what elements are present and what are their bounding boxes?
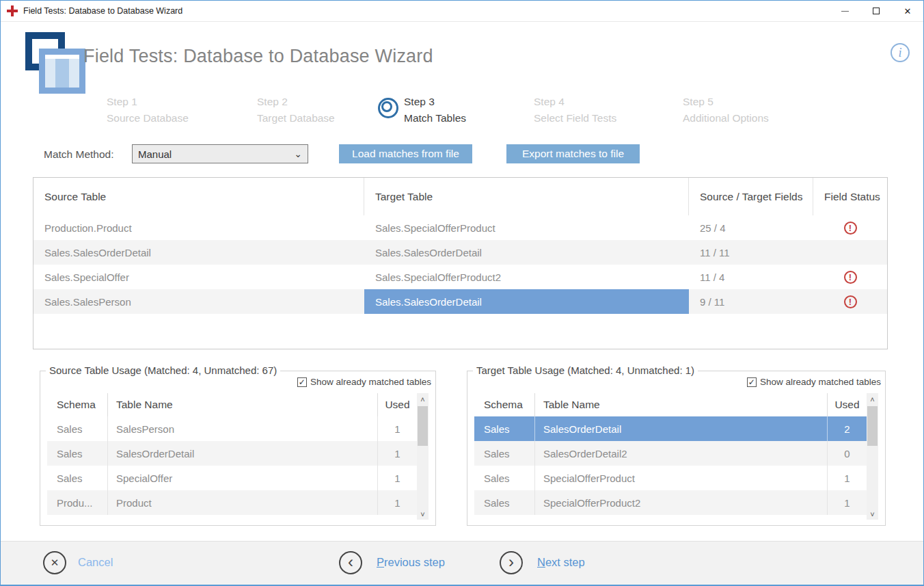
- label-rest: revious step: [384, 556, 445, 568]
- close-button[interactable]: ✕: [892, 1, 923, 22]
- step-1-label: Source Database: [107, 110, 189, 126]
- previous-step-button[interactable]: ‹: [339, 551, 362, 574]
- previous-step-label[interactable]: Previous step: [377, 556, 445, 569]
- table-row[interactable]: Sales.SalesPerson Sales.SalesOrderDetail…: [33, 289, 887, 314]
- step-3-current: Step 3 Match Tables: [404, 94, 466, 126]
- list-item[interactable]: Sales SpecialOffer 1: [47, 466, 417, 490]
- scrollbar[interactable]: ˄ ˅: [417, 393, 429, 520]
- col-table-name[interactable]: Table Name: [534, 393, 827, 416]
- cancel-x-icon: ✕: [51, 557, 59, 569]
- used-cell: 2: [827, 416, 867, 441]
- step-4-label: Select Field Tests: [534, 110, 616, 126]
- col-target-table[interactable]: Target Table: [364, 178, 689, 215]
- name-cell: SalesOrderDetail2: [534, 441, 827, 466]
- match-method-label: Match Method:: [44, 148, 114, 161]
- table-row[interactable]: Sales.SalesOrderDetail Sales.SalesOrderD…: [33, 240, 887, 265]
- chevron-left-icon: ‹: [348, 554, 353, 570]
- export-matches-button[interactable]: Export matches to file: [506, 144, 640, 163]
- minimize-button[interactable]: [829, 1, 860, 22]
- scrollbar[interactable]: ˄ ˅: [867, 393, 878, 520]
- match-method-value: Manual: [138, 148, 172, 160]
- fields-cell: 11 / 11: [689, 240, 813, 265]
- step-5-label: Additional Options: [683, 110, 769, 126]
- table-row[interactable]: Sales.SpecialOffer Sales.SpecialOfferPro…: [33, 265, 887, 289]
- schema-cell: Sales: [474, 466, 534, 490]
- target-cell[interactable]: Sales.SpecialOfferProduct: [364, 215, 689, 240]
- minimize-icon: [841, 11, 849, 12]
- list-item[interactable]: Sales SalesOrderDetail 1: [47, 441, 417, 466]
- maximize-button[interactable]: [860, 1, 892, 22]
- source-cell[interactable]: Sales.SpecialOffer: [33, 265, 364, 289]
- window-controls: ✕: [829, 1, 923, 22]
- schema-cell: Sales: [474, 490, 534, 515]
- col-table-name[interactable]: Table Name: [107, 393, 377, 416]
- load-matches-button[interactable]: Load matches from file: [339, 144, 472, 163]
- error-icon: !: [844, 222, 857, 235]
- match-method-dropdown[interactable]: Manual ⌄: [132, 144, 308, 163]
- next-step-label[interactable]: Next step: [537, 556, 585, 569]
- matches-table: Source Table Target Table Source / Targe…: [33, 177, 888, 349]
- col-source-table[interactable]: Source Table: [33, 178, 364, 215]
- matches-table-header: Source Table Target Table Source / Targe…: [33, 178, 887, 215]
- name-cell: SalesOrderDetail: [534, 416, 827, 441]
- step-3-num: Step 3: [404, 94, 466, 110]
- target-usage-group: Target Table Usage (Matched: 4, Unmatche…: [467, 371, 886, 526]
- source-cell[interactable]: Production.Product: [33, 215, 364, 240]
- list-item[interactable]: Sales SalesPerson 1: [47, 416, 417, 441]
- source-show-matched-checkbox[interactable]: ✓ Show already matched tables: [297, 377, 431, 387]
- scroll-down-icon[interactable]: ˅: [417, 508, 429, 520]
- target-cell-selected[interactable]: Sales.SalesOrderDetail: [364, 289, 689, 314]
- usage-table-header: Schema Table Name Used: [474, 393, 867, 416]
- maximize-icon: [873, 8, 880, 14]
- checkbox-checked-icon[interactable]: ✓: [747, 377, 757, 387]
- list-item[interactable]: Sales SpecialOfferProduct 1: [474, 466, 867, 490]
- cancel-label[interactable]: Cancel: [78, 556, 113, 569]
- fields-cell: 11 / 4: [689, 265, 813, 289]
- next-step-button[interactable]: ›: [500, 551, 523, 574]
- source-cell[interactable]: Sales.SalesPerson: [33, 289, 364, 314]
- table-row[interactable]: Production.Product Sales.SpecialOfferPro…: [33, 215, 887, 240]
- scrollbar-thumb[interactable]: [418, 406, 428, 446]
- page-title: Field Tests: Database to Database Wizard: [83, 46, 433, 67]
- step-1-num: Step 1: [107, 94, 189, 110]
- source-cell[interactable]: Sales.SalesOrderDetail: [33, 240, 364, 265]
- target-cell[interactable]: Sales.SalesOrderDetail: [364, 240, 689, 265]
- error-icon: !: [844, 271, 857, 284]
- step-4-num: Step 4: [534, 94, 616, 110]
- col-fields[interactable]: Source / Target Fields: [689, 178, 813, 215]
- col-used[interactable]: Used: [827, 393, 867, 416]
- col-schema[interactable]: Schema: [47, 393, 107, 416]
- target-usage-table: Schema Table Name Used Sales SalesOrderD…: [474, 393, 878, 520]
- step-2-label: Target Database: [257, 110, 335, 126]
- status-cell: [813, 240, 887, 265]
- chevron-right-icon: ›: [508, 554, 514, 570]
- col-schema[interactable]: Schema: [474, 393, 534, 416]
- wizard-window: Field Tests: Database to Database Wizard…: [0, 0, 924, 586]
- status-cell: !: [813, 289, 887, 314]
- scrollbar-thumb[interactable]: [867, 406, 878, 446]
- used-cell: 0: [827, 441, 867, 466]
- close-icon: ✕: [904, 6, 912, 16]
- col-field-status[interactable]: Field Status: [813, 178, 887, 215]
- scroll-down-icon[interactable]: ˅: [867, 508, 878, 520]
- target-show-matched-checkbox[interactable]: ✓ Show already matched tables: [747, 377, 881, 387]
- col-used[interactable]: Used: [377, 393, 417, 416]
- checkbox-label: Show already matched tables: [310, 377, 431, 387]
- used-cell: 1: [827, 490, 867, 515]
- schema-cell: Sales: [47, 441, 107, 466]
- label-rest: ext step: [545, 556, 585, 568]
- list-item[interactable]: Sales SalesOrderDetail2 0: [474, 441, 867, 466]
- footer-bar: ✕ Cancel ‹ Previous step › Next step: [1, 541, 923, 585]
- list-item-selected[interactable]: Sales SalesOrderDetail 2: [474, 416, 867, 441]
- scroll-up-icon[interactable]: ˄: [867, 393, 878, 405]
- cancel-button[interactable]: ✕: [43, 551, 66, 574]
- used-cell: 1: [827, 466, 867, 490]
- target-cell[interactable]: Sales.SpecialOfferProduct2: [364, 265, 689, 289]
- scroll-up-icon[interactable]: ˄: [417, 393, 429, 405]
- info-icon[interactable]: i: [891, 43, 910, 62]
- checkbox-checked-icon[interactable]: ✓: [297, 377, 307, 387]
- list-item[interactable]: Produ... Product 1: [47, 490, 417, 515]
- status-cell: !: [813, 215, 887, 240]
- chevron-down-icon: ⌄: [294, 150, 302, 157]
- list-item[interactable]: Sales SpecialOfferProduct2 1: [474, 490, 867, 515]
